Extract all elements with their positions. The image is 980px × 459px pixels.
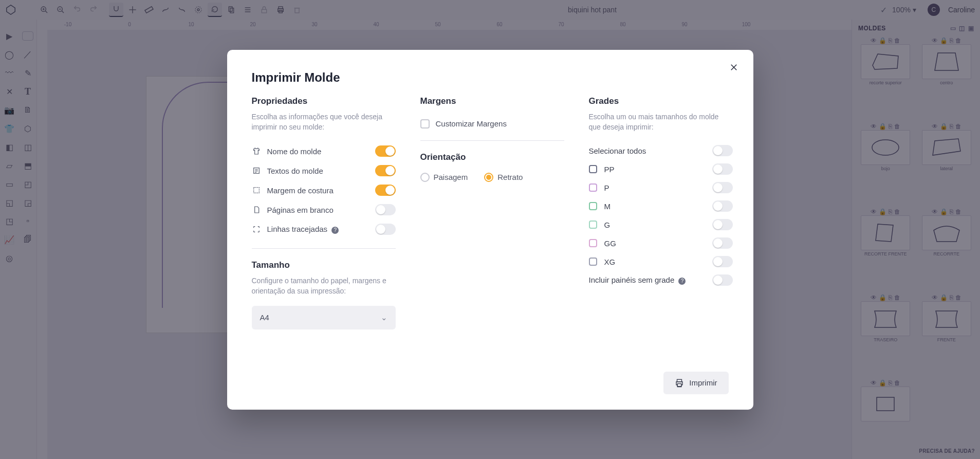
svg-rect-32 (253, 188, 259, 193)
grade-label: M (604, 202, 705, 211)
print-button[interactable]: Imprimir (663, 372, 728, 394)
paper-size-select[interactable]: A4 ⌄ (252, 306, 396, 329)
grade-label: G (604, 221, 705, 229)
grade-row: M (589, 197, 733, 215)
property-row: Textos do molde (252, 161, 396, 180)
grade-label: P (604, 183, 705, 192)
section-grades-subtitle: Escolha um ou mais tamanhos do molde que… (589, 112, 733, 133)
property-row: Margem de costura (252, 180, 396, 200)
section-size-subtitle: Configure o tamanho do papel, margens e … (252, 276, 396, 297)
section-grades-title: Grades (589, 96, 733, 106)
grade-label: XG (604, 258, 705, 266)
property-row: Páginas em branco (252, 200, 396, 219)
property-label: Margem de costura (267, 186, 369, 195)
page-icon (252, 205, 261, 214)
modal-title: Imprimir Molde (252, 70, 729, 85)
property-label: Linhas tracejadas ? (267, 225, 369, 234)
grade-toggle[interactable] (712, 182, 733, 193)
property-toggle[interactable] (375, 204, 396, 215)
printer-icon (675, 378, 684, 388)
section-properties-title: Propriedades (252, 96, 396, 106)
seam-icon (252, 186, 261, 195)
dash-icon (252, 225, 261, 234)
section-margins-title: Margens (420, 96, 564, 106)
radio-label: Retrato (497, 173, 523, 181)
grade-row: PP (589, 160, 733, 178)
property-toggle[interactable] (375, 185, 396, 196)
radio-label: Paisagem (434, 173, 468, 181)
section-orientation-title: Orientação (420, 152, 564, 162)
property-toggle[interactable] (375, 145, 396, 157)
grade-row: GG (589, 234, 733, 252)
radio-icon (484, 173, 493, 182)
select-all-row[interactable]: Selecionar todos (589, 141, 733, 160)
grade-swatch (589, 202, 597, 210)
text-icon (252, 166, 261, 175)
property-label: Textos do molde (267, 167, 369, 175)
checkbox-icon (420, 119, 430, 128)
grade-swatch (589, 221, 597, 229)
include-no-grade-row[interactable]: Incluir painéis sem grade ? (589, 271, 733, 289)
chevron-down-icon: ⌄ (381, 313, 387, 322)
grade-swatch (589, 258, 597, 266)
property-row: Linhas tracejadas ? (252, 219, 396, 239)
property-label: Nome do molde (267, 147, 369, 156)
grade-toggle[interactable] (712, 219, 733, 230)
close-button[interactable] (727, 60, 741, 75)
include-no-grade-toggle[interactable] (712, 274, 733, 286)
grade-swatch (589, 165, 597, 173)
grade-row: G (589, 215, 733, 234)
orientation-radio[interactable]: Retrato (484, 173, 523, 182)
shirt-icon (252, 146, 261, 156)
property-toggle[interactable] (375, 224, 396, 235)
radio-icon (420, 173, 430, 182)
grade-toggle[interactable] (712, 163, 733, 175)
grade-row: XG (589, 252, 733, 271)
print-modal: Imprimir Molde Propriedades Escolha as i… (227, 50, 753, 410)
grade-label: GG (604, 239, 705, 248)
grade-row: P (589, 178, 733, 197)
property-toggle[interactable] (375, 165, 396, 176)
help-icon[interactable]: ? (678, 278, 686, 285)
select-all-toggle[interactable] (712, 145, 733, 156)
grade-toggle[interactable] (712, 256, 733, 267)
grade-swatch (589, 183, 597, 192)
grade-swatch (589, 239, 597, 247)
grade-label: PP (604, 165, 705, 174)
help-icon[interactable]: ? (331, 227, 339, 234)
grade-toggle[interactable] (712, 200, 733, 212)
svg-rect-34 (678, 383, 682, 386)
section-properties-subtitle: Escolha as informações que você deseja i… (252, 112, 396, 133)
property-label: Páginas em branco (267, 206, 369, 214)
orientation-radio[interactable]: Paisagem (420, 173, 468, 182)
section-size-title: Tamanho (252, 260, 396, 270)
customize-margins-checkbox[interactable]: Customizar Margens (420, 117, 564, 131)
grade-toggle[interactable] (712, 237, 733, 249)
property-row: Nome do molde (252, 141, 396, 161)
